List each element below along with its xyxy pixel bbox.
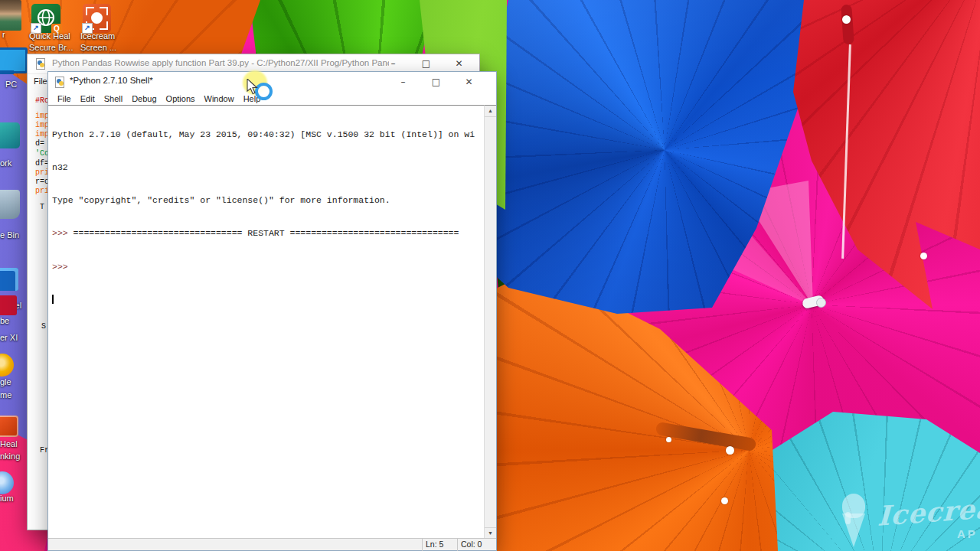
watermark-sub: AP [957,527,978,540]
editor-menu-file[interactable]: File [34,77,47,86]
shell-window[interactable]: *Python 2.7.10 Shell* – □ ✕ File Edit Sh… [47,71,497,551]
shell-maximize-button[interactable]: □ [420,72,452,92]
shell-line: Type "copyright", "credits" or "license(… [52,195,485,206]
icecream-label-1: Icecream [80,31,115,42]
viewfinder-corner-icon [86,7,94,15]
chromium-label: ium [0,493,14,504]
recycle-bin-label: e Bin [0,230,19,241]
scroll-up-icon[interactable]: ▲ [485,106,496,117]
shell-text-area[interactable]: Python 2.7.10 (default, May 23 2015, 09:… [48,105,485,539]
orange-umbrella-ferrule [721,497,728,504]
mouse-cursor [247,79,260,95]
icecream-watermark: Icecream AP [833,494,980,551]
code-fragment: T [40,203,44,211]
menu-options[interactable]: Options [162,94,200,103]
safe-banking-label-2: nking [0,451,20,462]
adobe-reader-label-2: er XI [0,332,18,344]
shell-minimize-button[interactable]: – [387,72,420,92]
idle-file-icon [36,58,47,70]
shell-scrollbar[interactable]: ▲ ▼ [484,105,496,539]
red-umbrella-tip [920,253,927,259]
shell-close-button[interactable]: ✕ [452,72,485,92]
chrome-label-2: me [0,390,11,401]
orange-strap-button [726,446,734,455]
shell-title: *Python 2.7.10 Shell* [70,76,153,85]
network-icon[interactable] [0,122,20,148]
code-fragment: d= [35,139,44,148]
safe-banking-icon[interactable] [0,416,18,437]
desktop-screen: Icecream AP r ↗ Q Quick Heal Secure Br..… [0,0,980,551]
viewfinder-corner-icon [100,21,108,30]
icecream-label-2: Screen ... [80,42,116,54]
status-col-indicator: Col: 0 [457,539,496,551]
quick-heal-browser-icon[interactable]: ↗ Q [31,4,60,33]
icecream-recorder-icon[interactable]: ↗ [83,4,111,33]
this-pc-icon[interactable] [0,47,28,73]
adobe-reader-icon[interactable] [0,295,17,315]
shell-line: >>> [52,262,485,272]
user-photo-label: r [2,29,5,41]
text-caret [52,295,54,304]
idle-shell-icon [55,77,66,88]
orange-strap-rivet [666,437,671,442]
shell-line: Python 2.7.10 (default, May 23 2015, 09:… [52,129,485,140]
red-strap-button [842,15,851,24]
recycle-bin-icon[interactable] [0,190,20,219]
menu-edit[interactable]: Edit [76,94,100,103]
menu-shell[interactable]: Shell [100,94,127,103]
viewfinder-corner-icon [100,7,108,15]
menu-debug[interactable]: Debug [127,94,161,103]
adobe-reader-label-1: be [0,315,9,327]
watermark-brand: Icecream [877,490,980,531]
shell-cursor-line [52,295,485,305]
scroll-down-icon[interactable]: ▼ [485,527,496,539]
safe-banking-label-1: Heal [0,439,18,450]
shell-line: >>> ================================ RES… [52,228,485,239]
editor-title: Python Pandas Rowwise apply function Par… [52,58,389,67]
shell-line: n32 [52,162,485,173]
status-line-indicator: Ln: 5 [422,539,459,551]
pink-umbrella-tip-cap [816,298,826,308]
quick-heal-label-2: Secure Br... [29,42,73,54]
chrome-label-1: gle [0,377,11,388]
code-fragment: S [41,322,46,331]
shell-statusbar: Ln: 5 Col: 0 [48,538,496,550]
this-pc-stand [0,70,14,74]
user-photo-icon[interactable] [0,0,21,31]
menu-file[interactable]: File [53,94,76,103]
network-label: ork [0,158,11,169]
quick-heal-label-1: Quick Heal [29,31,70,42]
icecream-cone-tip-icon [842,514,865,547]
control-panel-icon[interactable] [0,268,18,291]
menu-window[interactable]: Window [200,94,239,103]
this-pc-label: PC [5,79,17,90]
